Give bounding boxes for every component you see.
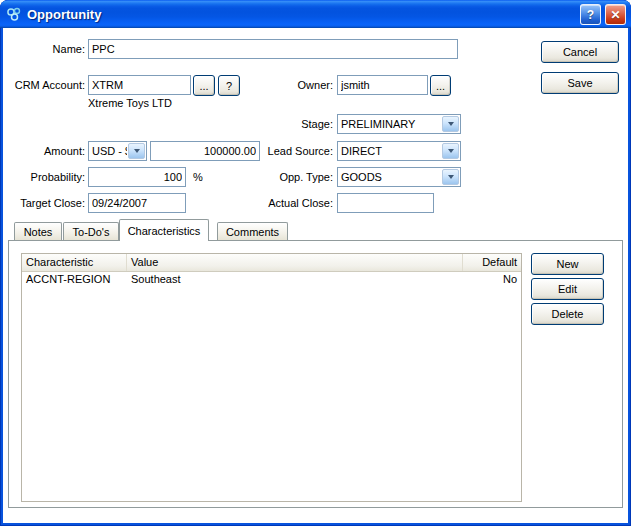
window-title: Opportunity xyxy=(27,7,101,22)
target-close-input[interactable] xyxy=(88,193,186,213)
stage-value: PRELIMINARY xyxy=(338,118,441,130)
currency-select[interactable]: USD - $ xyxy=(88,141,147,161)
chevron-down-icon xyxy=(134,149,140,153)
owner-input[interactable] xyxy=(337,75,428,95)
cell-characteristic: ACCNT-REGION xyxy=(22,272,127,288)
name-label: Name: xyxy=(3,43,85,56)
cancel-button[interactable]: Cancel xyxy=(541,41,619,63)
probability-suffix-label: % xyxy=(193,171,203,184)
tab-characteristics[interactable]: Characteristics xyxy=(119,219,209,241)
lead-source-dropdown-button[interactable] xyxy=(442,143,459,159)
owner-browse-button[interactable]: ... xyxy=(430,75,451,96)
actual-close-label: Actual Close: xyxy=(233,197,333,210)
window-help-button[interactable]: ? xyxy=(580,4,601,25)
close-icon: ✕ xyxy=(610,8,620,22)
cell-value: Southeast xyxy=(127,272,463,288)
crm-account-browse-button[interactable]: ... xyxy=(193,75,215,96)
edit-button[interactable]: Edit xyxy=(531,278,604,300)
tab-comments[interactable]: Comments xyxy=(217,222,288,240)
characteristics-table: Characteristic Value Default ACCNT-REGIO… xyxy=(21,253,522,502)
opportunity-dialog: Opportunity ? ✕ Name: Cancel Save CRM Ac… xyxy=(0,0,631,526)
currency-dropdown-button[interactable] xyxy=(128,143,145,159)
tab-label: Comments xyxy=(226,226,279,238)
target-close-label: Target Close: xyxy=(3,197,85,210)
actual-close-input[interactable] xyxy=(337,193,434,213)
crm-account-display-name: Xtreme Toys LTD xyxy=(88,97,172,110)
header-cell-default: Default xyxy=(463,254,521,271)
chevron-down-icon xyxy=(448,122,454,126)
lead-source-label: Lead Source: xyxy=(233,145,333,158)
tab-label: Characteristics xyxy=(128,225,201,237)
owner-label: Owner: xyxy=(233,79,333,92)
app-icon xyxy=(6,6,22,22)
crm-account-input[interactable] xyxy=(88,75,191,95)
probability-input[interactable] xyxy=(88,167,186,187)
stage-dropdown-button[interactable] xyxy=(442,116,459,132)
lead-source-select[interactable]: DIRECT xyxy=(337,141,461,161)
stage-label: Stage: xyxy=(233,118,333,131)
table-header-row: Characteristic Value Default xyxy=(22,254,521,272)
name-input[interactable] xyxy=(88,39,458,59)
delete-button[interactable]: Delete xyxy=(531,303,604,325)
tab-label: To-Do's xyxy=(73,226,110,238)
new-button[interactable]: New xyxy=(531,253,604,275)
dialog-body: Name: Cancel Save CRM Account: ... ? Xtr… xyxy=(3,28,628,523)
currency-value: USD - $ xyxy=(89,145,127,157)
table-row[interactable]: ACCNT-REGION Southeast No xyxy=(22,272,521,288)
chevron-down-icon xyxy=(448,149,454,153)
tab-notes[interactable]: Notes xyxy=(14,222,62,240)
amount-label: Amount: xyxy=(3,145,85,158)
header-cell-value: Value xyxy=(127,254,463,271)
crm-account-label: CRM Account: xyxy=(3,79,85,92)
cell-default: No xyxy=(463,272,521,288)
opp-type-label: Opp. Type: xyxy=(233,171,333,184)
chevron-down-icon xyxy=(448,175,454,179)
lead-source-value: DIRECT xyxy=(338,145,441,157)
save-button[interactable]: Save xyxy=(541,72,619,94)
opp-type-dropdown-button[interactable] xyxy=(442,169,459,185)
header-cell-characteristic: Characteristic xyxy=(22,254,127,271)
stage-select[interactable]: PRELIMINARY xyxy=(337,114,461,134)
tab-label: Notes xyxy=(24,226,53,238)
tab-todos[interactable]: To-Do's xyxy=(63,222,119,240)
help-icon: ? xyxy=(587,8,594,22)
title-bar[interactable]: Opportunity ? ✕ xyxy=(0,0,631,28)
opp-type-select[interactable]: GOODS xyxy=(337,167,461,187)
probability-label: Probability: xyxy=(3,171,85,184)
opp-type-value: GOODS xyxy=(338,171,441,183)
window-close-button[interactable]: ✕ xyxy=(605,4,626,25)
characteristics-panel: Characteristic Value Default ACCNT-REGIO… xyxy=(8,240,623,508)
